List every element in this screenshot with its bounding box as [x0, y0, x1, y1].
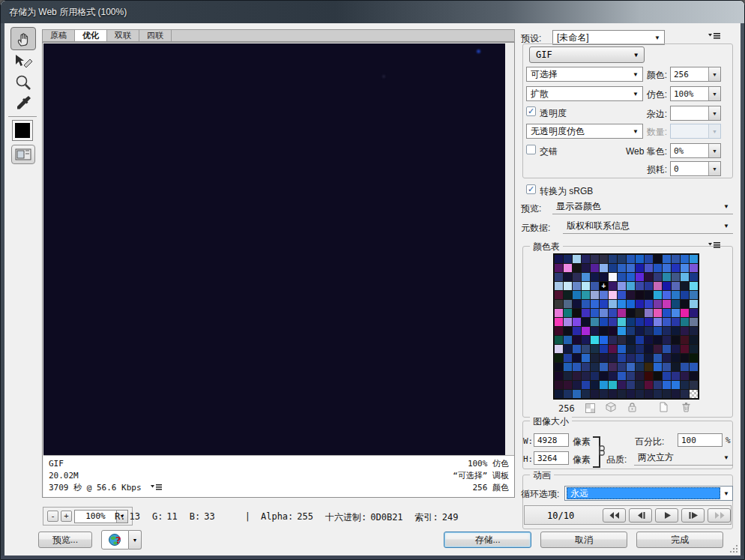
color-swatch[interactable]: [690, 264, 698, 272]
color-swatch[interactable]: [618, 318, 626, 326]
color-swatch[interactable]: [654, 318, 662, 326]
color-swatch[interactable]: [555, 354, 563, 362]
color-swatch[interactable]: [672, 345, 680, 353]
color-swatch[interactable]: [681, 363, 689, 371]
color-swatch[interactable]: [600, 372, 608, 380]
color-swatch[interactable]: [555, 291, 563, 299]
color-swatch[interactable]: [591, 282, 599, 290]
color-swatch[interactable]: [582, 300, 590, 308]
color-swatch[interactable]: [690, 255, 698, 263]
color-swatch[interactable]: [564, 372, 572, 380]
color-swatch[interactable]: [663, 345, 671, 353]
color-swatch[interactable]: [681, 282, 689, 290]
color-swatch[interactable]: [681, 291, 689, 299]
color-swatch[interactable]: [681, 273, 689, 281]
color-swatch[interactable]: [636, 345, 644, 353]
color-swatch[interactable]: [600, 390, 608, 398]
dropdown-arrow-icon[interactable]: ▼: [708, 106, 720, 120]
color-swatch[interactable]: [573, 291, 581, 299]
color-swatch[interactable]: [672, 282, 680, 290]
color-swatch[interactable]: [645, 273, 653, 281]
color-swatch[interactable]: [555, 282, 563, 290]
color-swatch[interactable]: [618, 264, 626, 272]
tab-optimized[interactable]: 优化: [75, 30, 107, 41]
save-button[interactable]: 存储...: [444, 532, 531, 548]
color-swatch[interactable]: [690, 309, 698, 317]
convert-srgb-checkbox[interactable]: ✓: [526, 184, 536, 194]
color-swatch[interactable]: [636, 372, 644, 380]
color-swatch[interactable]: [654, 372, 662, 380]
color-swatch[interactable]: [672, 309, 680, 317]
web-snap-select[interactable]: 0%▼: [670, 143, 721, 158]
color-swatch[interactable]: [672, 336, 680, 344]
first-frame-button[interactable]: [603, 508, 626, 523]
color-swatch[interactable]: [654, 273, 662, 281]
color-swatch[interactable]: [663, 309, 671, 317]
color-swatch[interactable]: [636, 363, 644, 371]
color-swatch[interactable]: [690, 354, 698, 362]
color-swatch[interactable]: [654, 255, 662, 263]
color-swatch[interactable]: [618, 282, 626, 290]
color-swatch[interactable]: [609, 354, 617, 362]
color-swatch[interactable]: [618, 354, 626, 362]
color-swatch[interactable]: [627, 255, 635, 263]
color-swatch[interactable]: [618, 345, 626, 353]
color-swatch[interactable]: [672, 255, 680, 263]
color-swatch[interactable]: [618, 381, 626, 389]
preview-mode-select[interactable]: 显示器颜色▼: [552, 199, 733, 214]
color-swatch[interactable]: [627, 282, 635, 290]
color-swatch[interactable]: [627, 345, 635, 353]
color-swatch[interactable]: [600, 327, 608, 335]
color-swatch[interactable]: [591, 372, 599, 380]
slice-select-tool-button[interactable]: [13, 52, 34, 70]
color-swatch[interactable]: [582, 318, 590, 326]
zoom-in-button[interactable]: +: [61, 511, 72, 522]
color-swatch[interactable]: [609, 390, 617, 398]
color-swatch[interactable]: [555, 372, 563, 380]
color-swatch[interactable]: [564, 282, 572, 290]
color-swatch[interactable]: [600, 264, 608, 272]
eyedropper-tool-button[interactable]: [13, 93, 34, 114]
lossy-select[interactable]: 0▼: [670, 161, 721, 176]
color-swatch[interactable]: [618, 327, 626, 335]
color-swatch[interactable]: [654, 291, 662, 299]
color-swatch[interactable]: [618, 273, 626, 281]
color-swatch[interactable]: [582, 336, 590, 344]
color-swatch[interactable]: [609, 381, 617, 389]
color-swatch[interactable]: [690, 318, 698, 326]
color-swatch[interactable]: [582, 255, 590, 263]
dropdown-arrow-icon[interactable]: ▼: [708, 162, 720, 175]
zoom-out-button[interactable]: -: [47, 511, 58, 522]
color-swatch[interactable]: [618, 309, 626, 317]
color-swatch[interactable]: [690, 372, 698, 380]
loop-options-select[interactable]: 永远 ▼: [564, 486, 733, 501]
color-swatch[interactable]: [609, 363, 617, 371]
color-swatch[interactable]: [573, 309, 581, 317]
color-swatch[interactable]: [690, 363, 698, 371]
color-swatch[interactable]: [591, 336, 599, 344]
color-swatch[interactable]: [627, 291, 635, 299]
color-swatch[interactable]: [564, 309, 572, 317]
color-swatch[interactable]: [636, 291, 644, 299]
color-swatch[interactable]: [672, 264, 680, 272]
preview-in-browser-button[interactable]: 预览...: [38, 532, 92, 548]
color-swatch[interactable]: [582, 282, 590, 290]
color-swatch[interactable]: [573, 282, 581, 290]
color-swatch[interactable]: [573, 264, 581, 272]
color-swatch[interactable]: [690, 300, 698, 308]
color-swatch[interactable]: [573, 273, 581, 281]
color-swatch[interactable]: [591, 345, 599, 353]
color-swatch[interactable]: [591, 255, 599, 263]
color-swatch[interactable]: [555, 390, 563, 398]
zoom-tool-button[interactable]: [13, 73, 34, 92]
colors-select[interactable]: 256▼: [670, 67, 721, 82]
color-swatch[interactable]: [663, 327, 671, 335]
color-swatch[interactable]: [645, 345, 653, 353]
dropdown-arrow-icon[interactable]: ▼: [708, 87, 720, 100]
color-swatch[interactable]: [618, 363, 626, 371]
dropdown-arrow-icon[interactable]: ▼: [708, 67, 720, 81]
color-swatch[interactable]: [573, 345, 581, 353]
color-swatch[interactable]: [627, 354, 635, 362]
color-swatch[interactable]: [573, 363, 581, 371]
title-bar[interactable]: 存储为 Web 所用格式 (100%): [1, 1, 744, 23]
